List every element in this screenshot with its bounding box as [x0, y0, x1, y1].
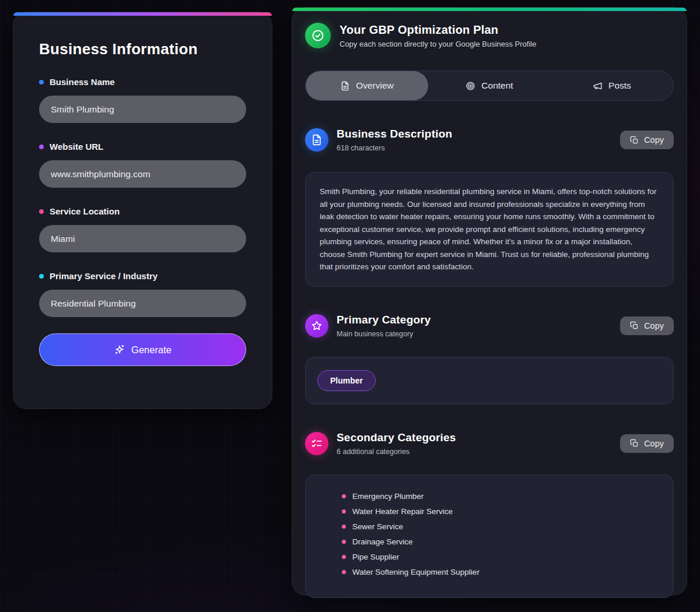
- pink-bullet-icon: [342, 509, 346, 513]
- pink-bullet-icon: [342, 494, 346, 498]
- plan-header: Your GBP Optimization Plan Copy each sec…: [305, 23, 674, 48]
- business-info-title: Business Information: [39, 40, 246, 58]
- secondary-categories-section-header: Secondary Categories 6 additional catego…: [305, 431, 674, 456]
- target-icon: [466, 81, 475, 91]
- list-item: Water Softening Equipment Supplier: [342, 565, 659, 580]
- checklist-icon: [305, 432, 328, 455]
- pink-bullet-icon: [342, 525, 346, 529]
- megaphone-icon: [593, 81, 603, 91]
- gbp-plan-panel: Your GBP Optimization Plan Copy each sec…: [292, 7, 687, 596]
- website-url-label: Website URL: [39, 142, 246, 152]
- generate-button[interactable]: Generate: [39, 333, 246, 366]
- primary-category-section-header: Primary Category Main business category …: [305, 314, 674, 338]
- blue-dot-icon: [39, 80, 44, 85]
- list-item: Emergency Plumber: [342, 489, 659, 504]
- copy-icon: [630, 321, 639, 330]
- copy-icon: [630, 136, 639, 145]
- description-body: Smith Plumbing, your reliable residentia…: [320, 187, 657, 271]
- primary-category-title: Primary Category: [337, 314, 431, 326]
- copy-primary-category-button[interactable]: Copy: [620, 316, 674, 335]
- secondary-categories-title: Secondary Categories: [337, 431, 456, 444]
- primary-service-input[interactable]: [39, 290, 246, 317]
- list-item: Water Heater Repair Service: [342, 504, 659, 519]
- check-circle-icon: [305, 23, 331, 48]
- description-section-header: Business Description 618 characters Copy: [305, 128, 674, 152]
- website-url-input[interactable]: [39, 160, 246, 188]
- right-panel-gradient-bar: [292, 8, 687, 11]
- tab-posts[interactable]: Posts: [551, 71, 673, 100]
- copy-secondary-categories-button[interactable]: Copy: [620, 434, 674, 453]
- business-info-panel: Business Information Business Name Websi…: [13, 12, 272, 409]
- file-text-icon: [305, 128, 328, 152]
- primary-category-meta: Main business category: [337, 330, 431, 338]
- star-icon: [305, 314, 328, 337]
- copy-icon: [630, 439, 639, 448]
- tab-content[interactable]: Content: [428, 71, 551, 100]
- list-item: Pipe Supplier: [342, 550, 659, 565]
- field-business-name: Business Name: [39, 77, 246, 123]
- plan-tabbar: Overview Content Posts: [305, 71, 674, 101]
- file-text-icon: [340, 81, 350, 91]
- description-text-box: Smith Plumbing, your reliable residentia…: [305, 172, 674, 287]
- secondary-categories-box: Emergency Plumber Water Heater Repair Se…: [305, 474, 674, 598]
- primary-service-label: Primary Service / Industry: [39, 271, 246, 281]
- plan-title: Your GBP Optimization Plan: [340, 23, 536, 37]
- field-website-url: Website URL: [39, 142, 246, 188]
- pink-bullet-icon: [342, 540, 346, 544]
- pink-dot-icon: [39, 209, 44, 214]
- description-title: Business Description: [337, 128, 452, 140]
- field-service-location: Service Location: [39, 206, 246, 252]
- secondary-categories-meta: 6 additional categories: [337, 448, 456, 456]
- pink-bullet-icon: [342, 570, 346, 574]
- sparkles-icon: [114, 344, 125, 356]
- copy-description-button[interactable]: Copy: [620, 131, 674, 149]
- pink-bullet-icon: [342, 555, 346, 559]
- left-panel-gradient-bar: [13, 12, 272, 16]
- list-item: Drainage Service: [342, 534, 659, 550]
- business-name-label: Business Name: [39, 77, 246, 87]
- service-location-label: Service Location: [39, 206, 246, 216]
- description-meta: 618 characters: [337, 144, 452, 152]
- primary-category-badge: Plumber: [317, 370, 376, 391]
- business-name-input[interactable]: [39, 96, 246, 123]
- purple-dot-icon: [39, 145, 44, 149]
- list-item: Sewer Service: [342, 519, 659, 534]
- cyan-dot-icon: [39, 274, 44, 279]
- tab-overview[interactable]: Overview: [306, 71, 428, 100]
- field-primary-service: Primary Service / Industry: [39, 271, 246, 317]
- plan-subtitle: Copy each section directly to your Googl…: [340, 40, 536, 48]
- primary-category-box: Plumber: [305, 357, 674, 405]
- service-location-input[interactable]: [39, 225, 246, 252]
